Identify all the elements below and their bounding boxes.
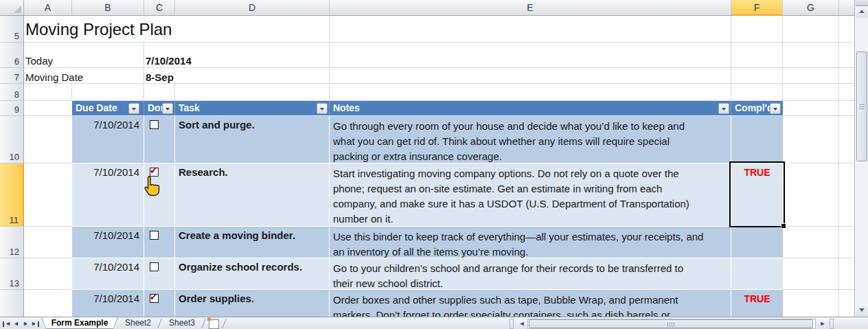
column-header-f-selected[interactable]: F — [731, 0, 783, 16]
scroll-up-icon[interactable] — [856, 6, 868, 18]
last-sheet-button[interactable]: ► — [31, 319, 40, 328]
notes-line: phone; request an on-site estimate. Get … — [333, 181, 731, 196]
row-header-9[interactable]: 9 — [0, 101, 23, 116]
filter-dropdown-icon-done[interactable] — [162, 103, 173, 114]
check-icon: ✔ — [150, 292, 157, 302]
completed-cell[interactable] — [731, 227, 783, 258]
task-cell[interactable]: Organize school records. — [175, 258, 330, 289]
gridline — [783, 163, 854, 163]
nav-next-icon: ► — [31, 320, 37, 327]
due-date-cell[interactable]: 7/10/2014 — [72, 227, 144, 258]
moving-date-label-cell[interactable]: Moving Date — [25, 71, 83, 83]
first-sheet-button[interactable]: ◄ — [2, 319, 11, 328]
scrollbar-resize-handle[interactable] — [830, 319, 834, 329]
notes-line: Start investigating moving company optio… — [333, 166, 731, 181]
gridline — [144, 42, 144, 100]
table-header-task[interactable]: Task — [175, 101, 330, 116]
done-cell[interactable] — [144, 227, 175, 258]
done-cell[interactable]: ✔ — [144, 290, 175, 317]
row-header-10[interactable]: 10 — [0, 116, 23, 163]
notes-cell[interactable]: Use this binder to keep track of everyth… — [330, 227, 731, 258]
done-cell[interactable] — [144, 258, 175, 289]
notes-cell[interactable]: Start investigating moving company optio… — [330, 163, 731, 226]
column-header-a[interactable]: A — [24, 0, 72, 15]
notes-line: Go to your children’s school and arrange… — [333, 261, 731, 276]
table-row: 7/10/2014 ✔ Research. Start investigatin… — [72, 163, 783, 227]
column-header-b[interactable]: B — [72, 0, 144, 15]
done-cell[interactable] — [144, 116, 175, 163]
notes-cell[interactable]: Go to your children’s school and arrange… — [330, 258, 731, 289]
completed-cell-selected[interactable]: TRUE — [731, 163, 783, 226]
completed-cell[interactable] — [731, 258, 783, 289]
column-header-d[interactable]: D — [175, 0, 330, 15]
row-header-6[interactable]: 6 — [0, 43, 23, 68]
moving-date-value-cell[interactable]: 8-Sep — [146, 71, 174, 83]
row-header-13[interactable]: 13 — [0, 258, 23, 290]
scrollbar-split-handle[interactable] — [856, 0, 868, 6]
previous-sheet-button[interactable]: ◄ — [12, 319, 21, 328]
check-icon: ✔ — [150, 166, 157, 176]
task-cell[interactable]: Order supplies. — [175, 290, 330, 317]
row-header-14-partial[interactable] — [0, 290, 23, 317]
notes-line: company, and make sure it has a USDOT (U… — [333, 196, 731, 212]
checkbox-unchecked[interactable] — [150, 120, 159, 129]
insert-worksheet-icon[interactable] — [209, 319, 219, 329]
today-label-cell[interactable]: Today — [25, 55, 53, 67]
row-header-12[interactable]: 12 — [0, 227, 23, 258]
horizontal-scrollbar-thumb[interactable] — [529, 319, 813, 328]
gridline — [24, 163, 72, 163]
row-header-7[interactable]: 7 — [0, 68, 23, 84]
next-sheet-button[interactable]: ► — [21, 319, 30, 328]
last-bar-icon — [38, 321, 39, 327]
tab-sheet3[interactable]: Sheet3 — [162, 317, 202, 329]
due-date-cell[interactable]: 7/10/2014 — [72, 116, 144, 163]
scroll-left-icon[interactable]: ◄ — [516, 319, 527, 329]
column-header-partial — [839, 0, 854, 15]
tab-split-handle[interactable] — [510, 319, 514, 329]
scroll-right-icon[interactable]: ► — [817, 319, 828, 329]
completed-cell[interactable]: TRUE — [731, 290, 783, 317]
select-all-corner[interactable] — [0, 0, 24, 15]
notes-line: what you can get rid of. Think about whe… — [333, 134, 731, 149]
hand-cursor-icon — [141, 175, 162, 197]
sheet-title-cell[interactable]: Moving Project Plan — [25, 20, 172, 39]
gridline — [24, 258, 72, 258]
row-header-bar: 5 6 7 8 9 10 11 12 13 — [0, 16, 24, 317]
task-cell[interactable]: Sort and purge. — [175, 116, 330, 163]
gridline — [24, 226, 72, 227]
column-header-c[interactable]: C — [144, 0, 175, 15]
checkbox-unchecked[interactable] — [150, 262, 159, 271]
notes-cell[interactable]: Order boxes and other supplies such as t… — [330, 290, 731, 317]
checkbox-unchecked[interactable] — [150, 231, 159, 240]
column-header-bar: A B C D E F G — [0, 0, 854, 16]
notes-line: Order boxes and other supplies such as t… — [333, 293, 731, 308]
due-date-cell[interactable]: 7/10/2014 — [72, 258, 144, 289]
task-cell[interactable]: Research. — [175, 163, 330, 226]
column-header-e[interactable]: E — [330, 0, 731, 15]
filter-dropdown-icon-task[interactable] — [317, 103, 328, 114]
filter-dropdown-icon-notes[interactable] — [718, 103, 729, 114]
tab-sheet2[interactable]: Sheet2 — [118, 317, 158, 329]
row-header-5[interactable]: 5 — [0, 16, 23, 43]
column-header-g[interactable]: G — [783, 0, 839, 15]
table-header-notes[interactable]: Notes — [330, 101, 731, 116]
gridline — [838, 16, 839, 317]
vertical-scrollbar[interactable] — [854, 0, 868, 317]
due-date-cell[interactable]: 7/10/2014 — [72, 163, 144, 226]
notes-line: markers. Don’t forget to order specialty… — [333, 308, 731, 317]
today-value-cell[interactable]: 7/10/2014 — [146, 55, 192, 67]
filter-dropdown-icon-due-date[interactable] — [128, 103, 139, 114]
scroll-down-icon[interactable] — [856, 304, 868, 316]
checkbox-checked[interactable]: ✔ — [150, 294, 159, 303]
completed-cell[interactable] — [731, 116, 783, 163]
notes-cell[interactable]: Go through every room of your house and … — [330, 116, 731, 163]
due-date-cell[interactable]: 7/10/2014 — [72, 290, 144, 317]
row-header-11-selected[interactable]: 11 — [0, 163, 24, 227]
tab-form-example-active[interactable]: Form Example — [41, 317, 118, 329]
vertical-scrollbar-thumb[interactable] — [856, 52, 867, 161]
notes-line: packing or extra insurance coverage. — [333, 149, 731, 163]
filter-dropdown-icon-completed[interactable] — [770, 103, 781, 114]
task-cell[interactable]: Create a moving binder. — [175, 227, 330, 258]
row-header-8[interactable]: 8 — [0, 84, 23, 101]
tab-separator — [157, 319, 162, 328]
